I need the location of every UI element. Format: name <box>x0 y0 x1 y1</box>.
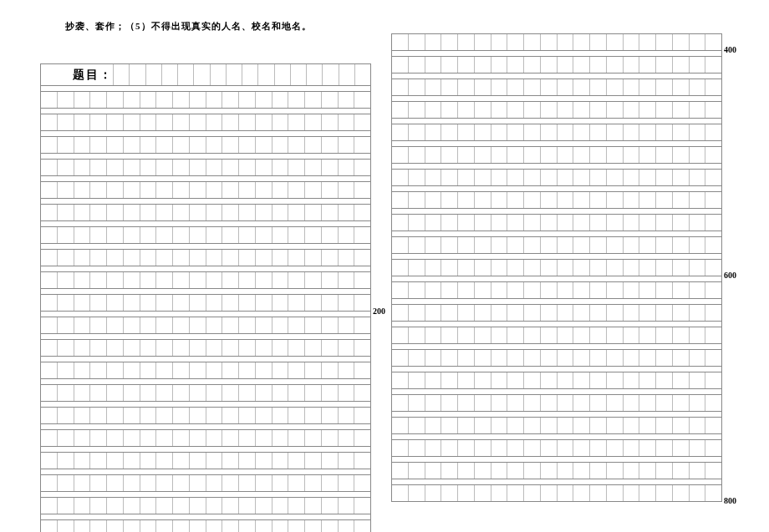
grid-cell <box>321 362 338 378</box>
grid-cell <box>507 170 523 185</box>
grid-cell <box>354 362 370 378</box>
grid-cell <box>272 114 288 130</box>
grid-cell <box>392 395 408 411</box>
gap-row <box>41 357 370 362</box>
grid-cell <box>41 498 57 514</box>
grid-cell <box>89 475 106 491</box>
grid-row <box>41 182 370 199</box>
grid-cell <box>123 498 140 514</box>
grid-cell <box>655 395 672 411</box>
grid-cell <box>288 317 304 333</box>
grid-cell <box>589 147 606 163</box>
gap-row <box>41 379 370 385</box>
grid-cell <box>491 282 507 298</box>
gap-row <box>392 73 721 79</box>
grid-row <box>41 385 370 402</box>
grid-cell <box>57 408 74 423</box>
grid-cell <box>41 227 57 243</box>
grid-cell <box>106 430 123 446</box>
grid-cell <box>425 350 441 366</box>
grid-cell <box>338 340 354 356</box>
grid-cell <box>557 305 573 321</box>
grid-cell <box>408 485 425 501</box>
grid-cell <box>425 418 441 433</box>
grid-cell <box>655 34 672 50</box>
gap-row <box>392 322 721 327</box>
grid-cell <box>589 305 606 321</box>
grid-cell <box>540 34 557 50</box>
grid-cell <box>304 520 321 532</box>
grid-cell <box>123 340 140 356</box>
grid-cell <box>606 260 623 276</box>
grid-cell <box>123 362 140 378</box>
grid-cell <box>408 102 425 118</box>
grid-cell <box>491 34 507 50</box>
grid-cell <box>573 350 589 366</box>
grid-cell <box>238 362 255 378</box>
grid-cell <box>392 282 408 298</box>
grid-cell <box>172 362 189 378</box>
grid-cell <box>57 317 74 333</box>
grid-cell <box>441 372 457 388</box>
grid-cell <box>41 475 57 491</box>
grid-cell <box>425 57 441 73</box>
grid-cell <box>172 92 189 108</box>
grid-cell <box>623 327 639 343</box>
grid-cell <box>123 385 140 401</box>
grid-cell <box>705 57 721 73</box>
gap-row <box>41 86 370 92</box>
grid-cell <box>523 57 540 73</box>
grid-cell <box>425 485 441 501</box>
grid-cell <box>623 79 639 95</box>
grid-cell <box>474 192 491 208</box>
grid-cell <box>338 520 354 532</box>
grid-cell <box>321 453 338 469</box>
grid-cell <box>304 295 321 311</box>
grid-cell <box>238 227 255 243</box>
grid-cell <box>457 440 474 456</box>
grid-cell <box>589 237 606 253</box>
grid-cell <box>392 372 408 388</box>
gap-row <box>392 412 721 418</box>
grid-cell <box>222 362 238 378</box>
grid-cell <box>321 250 338 266</box>
grid-cell <box>74 227 90 243</box>
grid-cell <box>172 498 189 514</box>
grid-cell <box>106 408 123 423</box>
grid-cell <box>457 372 474 388</box>
grid-cell <box>507 282 523 298</box>
grid-cell <box>441 418 457 433</box>
grid-cell <box>206 250 222 266</box>
grid-cell <box>41 250 57 266</box>
grid-cell <box>140 295 156 311</box>
grid-row <box>41 250 370 266</box>
grid-cell <box>288 520 304 532</box>
grid-row <box>41 498 370 514</box>
grid-cell <box>74 520 90 532</box>
grid-cell <box>491 237 507 253</box>
grid-cell <box>238 182 255 198</box>
grid-cell <box>672 215 689 231</box>
grid-cell <box>689 170 705 185</box>
grid-cell <box>172 205 189 220</box>
grid-cell <box>507 124 523 140</box>
grid-cell <box>491 57 507 73</box>
grid-cell <box>89 430 106 446</box>
grid-cell <box>288 137 304 153</box>
grid-cell <box>623 57 639 73</box>
grid-cell <box>222 453 238 469</box>
grid-cell <box>491 350 507 366</box>
grid-cell <box>257 64 273 85</box>
grid-cell <box>272 182 288 198</box>
grid-row <box>41 453 370 469</box>
grid-cell <box>272 272 288 288</box>
grid-row <box>41 137 370 154</box>
grid-cell <box>491 305 507 321</box>
grid-cell <box>689 372 705 388</box>
grid-cell <box>491 395 507 411</box>
grid-cell <box>106 453 123 469</box>
grid-cell <box>206 160 222 175</box>
grid-cell <box>672 395 689 411</box>
grid-cell <box>491 418 507 433</box>
grid-cell <box>655 305 672 321</box>
